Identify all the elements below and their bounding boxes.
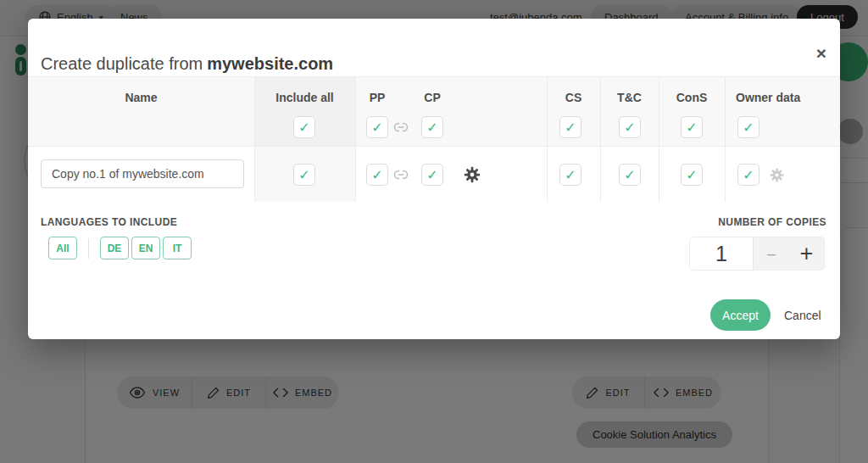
languages-label: LANGUAGES TO INCLUDE [41, 216, 177, 228]
language-de-button[interactable]: DE [100, 237, 129, 259]
language-all-button[interactable]: All [48, 237, 77, 259]
row-checkbox-tc[interactable]: ✓ [619, 164, 641, 186]
header-checkbox-cs[interactable]: ✓ [559, 116, 581, 138]
col-header-cs: CS [547, 91, 600, 104]
check-icon: ✓ [565, 167, 576, 183]
copies-stepper: 1 – + [689, 237, 825, 271]
col-header-cons: ConS [659, 91, 725, 104]
copies-plus-button[interactable]: + [789, 237, 824, 270]
check-icon: ✓ [298, 120, 309, 136]
language-options: All DE EN IT [48, 237, 192, 259]
language-it-button[interactable]: IT [163, 237, 192, 259]
check-icon: ✓ [743, 167, 754, 183]
modal-title: Create duplicate frommywebsite.com [41, 54, 333, 74]
page: English ▾ News test@iubenda.com Dashboar… [0, 0, 868, 463]
check-icon: ✓ [426, 120, 437, 136]
close-icon[interactable]: × [816, 44, 826, 62]
row-checkbox-include-all[interactable]: ✓ [293, 164, 315, 186]
create-duplicate-modal: Create duplicate frommywebsite.com × Nam… [28, 19, 840, 339]
accept-button[interactable]: Accept [710, 299, 771, 331]
check-icon: ✓ [686, 120, 697, 136]
check-icon: ✓ [371, 120, 382, 136]
header-checkbox-tc[interactable]: ✓ [619, 116, 641, 138]
owner-data-settings-gear-icon[interactable] [769, 167, 785, 183]
check-icon: ✓ [426, 167, 437, 183]
copies-value[interactable]: 1 [690, 237, 754, 270]
col-header-tc: T&C [600, 91, 659, 104]
check-icon: ✓ [565, 120, 576, 136]
col-header-pp: PP [364, 91, 390, 104]
row-checkbox-cp[interactable]: ✓ [421, 164, 443, 186]
check-icon: ✓ [743, 120, 754, 136]
header-checkbox-include-all[interactable]: ✓ [293, 116, 315, 138]
link-icon[interactable] [393, 170, 409, 180]
divider [88, 238, 89, 259]
col-header-name: Name [28, 91, 254, 104]
header-checkbox-cp[interactable]: ✓ [421, 116, 443, 138]
copy-name-input[interactable] [41, 159, 244, 188]
check-icon: ✓ [624, 167, 635, 183]
check-icon: ✓ [624, 120, 635, 136]
copies-minus-button[interactable]: – [754, 237, 789, 270]
row-checkbox-cons[interactable]: ✓ [681, 164, 703, 186]
number-of-copies-label: NUMBER OF COPIES [718, 216, 826, 228]
col-header-include-all: Include all [254, 91, 355, 104]
check-icon: ✓ [371, 167, 382, 183]
cp-settings-gear-icon[interactable] [463, 165, 481, 184]
header-checkbox-owner-data[interactable]: ✓ [737, 116, 760, 138]
row-checkbox-owner-data[interactable]: ✓ [737, 164, 760, 186]
check-icon: ✓ [298, 167, 309, 183]
col-header-cp: CP [420, 91, 445, 104]
duplicate-options-table: Name Include all PP CP CS T&C ConS Owner… [28, 76, 840, 202]
cancel-button[interactable]: Cancel [784, 299, 821, 331]
header-checkbox-cons[interactable]: ✓ [681, 116, 703, 138]
header-checkbox-pp[interactable]: ✓ [366, 116, 388, 138]
link-icon[interactable] [393, 122, 409, 132]
col-header-owner-data: Owner data [736, 91, 800, 104]
source-site-name: mywebsite.com [207, 54, 333, 73]
row-checkbox-pp[interactable]: ✓ [366, 164, 388, 186]
language-en-button[interactable]: EN [131, 237, 160, 259]
row-checkbox-cs[interactable]: ✓ [559, 164, 581, 186]
check-icon: ✓ [686, 167, 697, 183]
